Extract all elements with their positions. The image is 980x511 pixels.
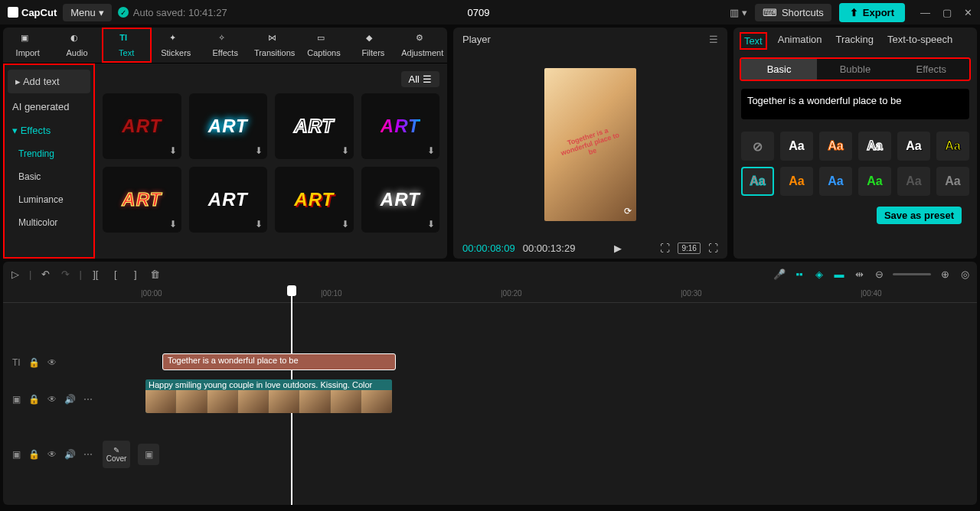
tab-captions[interactable]: ▭Captions bbox=[299, 28, 348, 63]
sidebar-luminance[interactable]: Luminance bbox=[5, 188, 93, 211]
tab-adjustment[interactable]: ⚙Adjustment bbox=[398, 28, 447, 63]
filter-all[interactable]: All ☰ bbox=[401, 71, 439, 87]
style-9[interactable]: Aa bbox=[858, 167, 891, 196]
track-visible[interactable]: 👁 bbox=[47, 449, 57, 460]
track-lock[interactable]: 🔒 bbox=[28, 394, 40, 405]
style-3[interactable]: Aa bbox=[858, 132, 891, 161]
align-icon[interactable]: ⇹ bbox=[853, 268, 865, 280]
sidebar-ai-generated[interactable]: AI generated bbox=[5, 95, 93, 119]
track-lock[interactable]: 🔒 bbox=[28, 449, 40, 460]
snap-1[interactable]: ▪▪ bbox=[793, 268, 805, 280]
shortcuts-button[interactable]: ⌨Shortcuts bbox=[755, 4, 831, 21]
track-lock[interactable]: 🔒 bbox=[28, 357, 40, 368]
cover-button[interactable]: ✎Cover bbox=[103, 441, 130, 468]
text-preset-6[interactable]: ART⬇ bbox=[189, 167, 268, 233]
download-icon[interactable]: ⬇ bbox=[427, 145, 435, 156]
track-mute[interactable]: 🔊 bbox=[64, 394, 76, 405]
sidebar-multicolor[interactable]: Multicolor bbox=[5, 211, 93, 234]
subtab-basic[interactable]: Basic bbox=[741, 59, 817, 80]
tab-stickers[interactable]: ✦Stickers bbox=[152, 28, 201, 63]
split-right[interactable]: ​] bbox=[129, 268, 142, 280]
maximize-icon[interactable]: ▢ bbox=[942, 7, 952, 18]
download-icon[interactable]: ⬇ bbox=[341, 219, 349, 229]
fit-icon[interactable]: ◎ bbox=[959, 268, 971, 280]
timeline-text-clip[interactable]: Together is a wonderful place to be bbox=[162, 353, 396, 370]
download-icon[interactable]: ⬇ bbox=[341, 145, 349, 156]
rtab-animation[interactable]: Animation bbox=[778, 34, 822, 48]
delete-button[interactable]: 🗑 bbox=[149, 268, 162, 280]
sidebar-trending[interactable]: Trending bbox=[5, 142, 93, 165]
sidebar-effects[interactable]: ▾ Effects bbox=[5, 119, 93, 142]
rtab-tracking[interactable]: Tracking bbox=[836, 34, 874, 48]
style-8[interactable]: Aa bbox=[819, 167, 852, 196]
snap-3[interactable]: ▬ bbox=[833, 268, 845, 280]
text-content-input[interactable]: Together is a wonderful place to be bbox=[741, 89, 969, 119]
text-preset-3[interactable]: ART⬇ bbox=[275, 93, 354, 159]
refresh-icon[interactable]: ⟳ bbox=[624, 206, 632, 216]
tab-filters[interactable]: ◆Filters bbox=[348, 28, 397, 63]
text-preset-7[interactable]: ART⬇ bbox=[275, 167, 354, 233]
text-preset-1[interactable]: ART⬇ bbox=[103, 93, 181, 159]
zoom-in[interactable]: ⊕ bbox=[939, 268, 951, 280]
rtab-tts[interactable]: Text-to-speech bbox=[887, 34, 952, 48]
timeline-video-clip[interactable]: Happy smiling young couple in love outdo… bbox=[145, 379, 392, 413]
sidebar-basic[interactable]: Basic bbox=[5, 165, 93, 188]
export-button[interactable]: ⬆Export bbox=[839, 3, 905, 22]
subtab-effects[interactable]: Effects bbox=[893, 59, 969, 80]
sidebar-add-text[interactable]: ▸ Add text bbox=[8, 70, 90, 93]
style-11[interactable]: Aa bbox=[936, 167, 969, 196]
download-icon[interactable]: ⬇ bbox=[169, 145, 177, 156]
play-button[interactable]: ▶ bbox=[614, 242, 622, 254]
text-preset-8[interactable]: ART⬇ bbox=[361, 167, 440, 233]
download-icon[interactable]: ⬇ bbox=[255, 219, 263, 229]
style-7[interactable]: Aa bbox=[780, 167, 813, 196]
style-1[interactable]: Aa bbox=[780, 132, 813, 161]
menu-button[interactable]: Menu▾ bbox=[63, 4, 112, 21]
add-clip-icon[interactable]: ▣ bbox=[138, 444, 159, 465]
track-more[interactable]: ⋯ bbox=[83, 449, 93, 460]
text-preset-2[interactable]: ART⬇ bbox=[189, 93, 268, 159]
track-visible[interactable]: 👁 bbox=[47, 357, 57, 368]
player-menu-icon[interactable]: ☰ bbox=[709, 34, 718, 45]
style-10[interactable]: Aa bbox=[897, 167, 930, 196]
tab-transitions[interactable]: ⋈Transitions bbox=[250, 28, 299, 63]
text-preset-4[interactable]: ART⬇ bbox=[361, 93, 440, 159]
download-icon[interactable]: ⬇ bbox=[427, 219, 435, 229]
player-viewport[interactable]: Together is awonderful place tobe ⟳ bbox=[453, 51, 727, 238]
tab-audio[interactable]: ◐Audio bbox=[52, 28, 101, 63]
tab-effects[interactable]: ✧Effects bbox=[201, 28, 250, 63]
tab-text[interactable]: TIText bbox=[102, 28, 152, 63]
save-preset-button[interactable]: Save as preset bbox=[877, 207, 962, 224]
redo-button[interactable]: ↷ bbox=[59, 268, 71, 280]
zoom-out[interactable]: ⊖ bbox=[873, 268, 885, 280]
pointer-tool[interactable]: ▷ bbox=[9, 268, 21, 280]
split-left[interactable]: [​ bbox=[109, 268, 122, 280]
style-2[interactable]: Aa bbox=[819, 132, 852, 161]
close-icon[interactable]: ✕ bbox=[964, 7, 972, 18]
timeline-ruler[interactable]: |00:00 |00:10 |00:20 |00:30 |00:40 bbox=[3, 286, 977, 303]
rtab-text[interactable]: Text bbox=[740, 32, 767, 50]
track-visible[interactable]: 👁 bbox=[47, 394, 57, 405]
download-icon[interactable]: ⬇ bbox=[255, 145, 263, 156]
split-tool[interactable]: ]​[ bbox=[90, 268, 102, 280]
track-mute[interactable]: 🔊 bbox=[64, 449, 76, 460]
layout-icon[interactable]: ▥ ▾ bbox=[730, 7, 747, 18]
minimize-icon[interactable]: — bbox=[920, 7, 930, 18]
mic-icon[interactable]: 🎤 bbox=[773, 268, 786, 280]
fullscreen-icon[interactable]: ⛶ bbox=[708, 242, 718, 254]
subtab-bubble[interactable]: Bubble bbox=[817, 59, 893, 80]
tab-import[interactable]: ▣Import bbox=[3, 28, 52, 63]
style-5[interactable]: Aa bbox=[936, 132, 969, 161]
text-preset-5[interactable]: ART⬇ bbox=[103, 167, 181, 233]
zoom-slider[interactable] bbox=[893, 273, 931, 275]
aspect-ratio[interactable]: 9:16 bbox=[678, 242, 700, 254]
track-more[interactable]: ⋯ bbox=[83, 394, 93, 405]
style-none[interactable]: ⊘ bbox=[741, 132, 774, 161]
undo-button[interactable]: ↶ bbox=[39, 268, 51, 280]
style-4[interactable]: Aa bbox=[897, 132, 930, 161]
snap-2[interactable]: ◈ bbox=[813, 268, 825, 280]
canvas-text-overlay[interactable]: Together is awonderful place tobe bbox=[558, 125, 623, 165]
download-icon[interactable]: ⬇ bbox=[169, 219, 177, 229]
scale-icon[interactable]: ⛶ bbox=[660, 242, 670, 254]
style-6[interactable]: Aa bbox=[741, 167, 774, 196]
